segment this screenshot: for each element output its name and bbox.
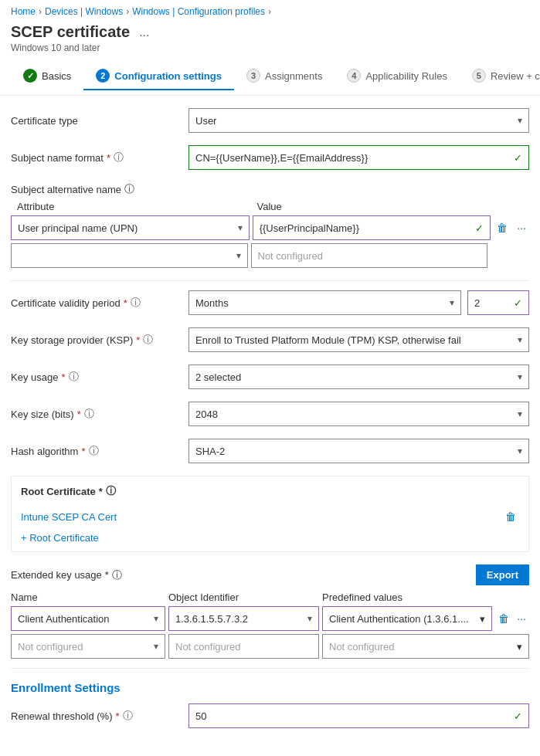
page-subtitle: Windows 10 and later <box>11 42 529 53</box>
chevron-down-icon: ▾ <box>450 297 454 308</box>
tab-assign-circle: 3 <box>246 69 260 83</box>
san-value-input-2[interactable]: Not configured <box>251 243 488 268</box>
eku-oid-select-2[interactable]: Not configured <box>168 634 319 659</box>
hash-algorithm-label: Hash algorithm * ⓘ <box>11 444 188 458</box>
eku-label: Extended key usage * ⓘ <box>11 568 122 582</box>
check-icon: ✓ <box>514 152 522 164</box>
san-headers: Attribute Value <box>11 201 529 212</box>
breadcrumb: Home › Devices | Windows › Windows | Con… <box>0 0 540 20</box>
san-attribute-select-1[interactable]: User principal name (UPN) ▾ <box>11 215 250 240</box>
tab-basics-circle: ✓ <box>23 69 37 83</box>
tab-applicability[interactable]: 4 Applicability Rules <box>335 63 460 90</box>
key-size-row: Key size (bits) * ⓘ 2048 ▾ <box>11 402 529 426</box>
key-size-select[interactable]: 2048 ▾ <box>188 402 529 426</box>
hash-info-icon[interactable]: ⓘ <box>89 444 99 458</box>
enrollment-title: Enrollment Settings <box>11 681 529 694</box>
tab-app-circle: 4 <box>347 69 361 83</box>
root-cert-link[interactable]: Intune SCEP CA Cert <box>21 511 117 523</box>
chevron-down-icon: ▾ <box>238 222 243 233</box>
validity-info-icon[interactable]: ⓘ <box>131 296 141 310</box>
breadcrumb-home[interactable]: Home <box>11 6 36 17</box>
eku-name-header: Name <box>11 592 165 603</box>
renewal-threshold-label: Renewal threshold (%) * ⓘ <box>11 709 188 723</box>
validity-number-input[interactable]: 2 ✓ <box>467 290 529 315</box>
ksp-label: Key storage provider (KSP) * ⓘ <box>11 333 188 347</box>
chevron-down-icon: ▾ <box>518 115 522 126</box>
eku-more-button-1[interactable]: ··· <box>514 609 529 628</box>
root-cert-info-icon[interactable]: ⓘ <box>106 484 116 498</box>
tab-review[interactable]: 5 Review + create <box>460 63 540 90</box>
chevron-down-icon: ▾ <box>154 613 158 624</box>
validity-controls: Months ▾ 2 ✓ <box>188 290 529 315</box>
eku-predef-select-1[interactable]: Client Authentication (1.3.6.1.... ▾ <box>322 606 492 631</box>
subject-name-format-control: CN={{UserName}},E={{EmailAddress}} ✓ <box>188 145 529 170</box>
form-content: Certificate type User ▾ Subject name for… <box>0 96 540 753</box>
ksp-info-icon[interactable]: ⓘ <box>143 333 153 347</box>
chevron-down-icon: ▾ <box>518 409 522 419</box>
export-button[interactable]: Export <box>476 564 529 585</box>
tab-config-circle: 2 <box>96 69 110 83</box>
chevron-down-icon: ▾ <box>518 446 522 456</box>
renewal-threshold-input[interactable]: 50 ✓ <box>188 703 529 728</box>
root-cert-title: Root Certificate * ⓘ <box>21 484 519 498</box>
eku-header: Extended key usage * ⓘ Export <box>11 564 529 585</box>
eku-oid-header: Object Identifier <box>168 592 319 603</box>
tab-basics[interactable]: ✓ Basics <box>11 63 83 90</box>
chevron-down-icon: ▾ <box>518 371 522 382</box>
cert-item: Intune SCEP CA Cert 🗑 <box>21 504 519 529</box>
page-header: SCEP certificate ... Windows 10 and late… <box>0 20 540 58</box>
breadcrumb-devices[interactable]: Devices | Windows <box>45 6 123 17</box>
eku-delete-button-1[interactable]: 🗑 <box>495 609 512 628</box>
renewal-info-icon[interactable]: ⓘ <box>123 709 133 723</box>
eku-name-select-1[interactable]: Client Authentication ▾ <box>11 606 165 631</box>
validity-period-select[interactable]: Months ▾ <box>188 290 461 315</box>
breadcrumb-profiles[interactable]: Windows | Configuration profiles <box>132 6 265 17</box>
check-icon: ✓ <box>514 710 522 722</box>
eku-oid-select-1[interactable]: 1.3.6.1.5.5.7.3.2 ▾ <box>168 606 319 631</box>
san-delete-button-1[interactable]: 🗑 <box>494 219 511 237</box>
san-attribute-select-2[interactable]: ▾ <box>11 243 248 268</box>
eku-predef-select-2[interactable]: Not configured ▾ <box>322 634 529 659</box>
cert-validity-row: Certificate validity period * ⓘ Months ▾… <box>11 290 529 315</box>
info-icon[interactable]: ⓘ <box>114 151 124 164</box>
san-info-icon[interactable]: ⓘ <box>124 182 134 196</box>
enrollment-section: Enrollment Settings Renewal threshold (%… <box>11 681 529 728</box>
hash-algorithm-select[interactable]: SHA-2 ▾ <box>188 439 529 463</box>
ksp-row: Key storage provider (KSP) * ⓘ Enroll to… <box>11 327 529 352</box>
hash-algorithm-row: Hash algorithm * ⓘ SHA-2 ▾ <box>11 439 529 463</box>
san-value-input-1[interactable]: {{UserPrincipalName}} ✓ <box>253 215 491 240</box>
tab-configuration[interactable]: 2 Configuration settings <box>83 63 234 90</box>
renewal-threshold-row: Renewal threshold (%) * ⓘ 50 ✓ <box>11 703 529 728</box>
key-size-info-icon[interactable]: ⓘ <box>84 407 94 421</box>
subject-alt-name-section: Subject alternative name ⓘ Attribute Val… <box>11 182 529 268</box>
chevron-down-icon: ▾ <box>236 250 241 261</box>
divider-2 <box>11 668 529 669</box>
san-row-1: User principal name (UPN) ▾ {{UserPrinci… <box>11 215 529 240</box>
add-root-cert-link[interactable]: + Root Certificate <box>21 532 519 544</box>
certificate-type-select[interactable]: User ▾ <box>188 108 529 133</box>
chevron-down-icon: ▾ <box>517 641 522 653</box>
check-icon: ✓ <box>514 297 522 309</box>
key-usage-info-icon[interactable]: ⓘ <box>69 370 79 384</box>
page-title: SCEP certificate <box>11 23 130 41</box>
subject-name-format-row: Subject name format * ⓘ CN={{UserName}},… <box>11 145 529 170</box>
subject-name-format-input[interactable]: CN={{UserName}},E={{EmailAddress}} ✓ <box>188 145 529 170</box>
eku-name-select-2[interactable]: Not configured ▾ <box>11 634 165 659</box>
chevron-down-icon: ▾ <box>518 334 522 345</box>
certificate-type-label: Certificate type <box>11 115 188 127</box>
ksp-select[interactable]: Enroll to Trusted Platform Module (TPM) … <box>188 327 529 352</box>
more-options-button[interactable]: ... <box>136 24 152 41</box>
eku-row-2: Not configured ▾ Not configured Not conf… <box>11 634 529 659</box>
tab-assignments[interactable]: 3 Assignments <box>234 63 335 90</box>
san-more-button-1[interactable]: ··· <box>514 219 529 237</box>
eku-predef-header: Predefined values <box>322 592 529 603</box>
key-usage-select[interactable]: 2 selected ▾ <box>188 364 529 389</box>
chevron-down-icon: ▾ <box>154 641 158 652</box>
eku-info-icon[interactable]: ⓘ <box>112 568 122 582</box>
root-cert-delete-button[interactable]: 🗑 <box>502 507 519 526</box>
san-attribute-header: Attribute <box>11 201 251 212</box>
certificate-type-row: Certificate type User ▾ <box>11 108 529 133</box>
divider-1 <box>11 280 529 281</box>
wizard-tabs: ✓ Basics 2 Configuration settings 3 Assi… <box>0 58 540 96</box>
key-size-label: Key size (bits) * ⓘ <box>11 407 188 421</box>
